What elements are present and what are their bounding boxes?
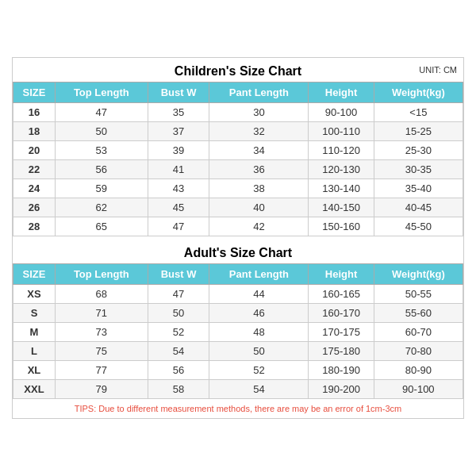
tips-text: TIPS: Due to different measurement metho…: [13, 399, 463, 418]
children-col-bust: Bust W: [148, 83, 209, 103]
children-section-title: Children's Size Chart UNIT: CM: [13, 58, 463, 82]
table-cell: 90-100: [374, 380, 463, 399]
table-cell: <15: [374, 103, 463, 122]
table-cell: S: [13, 304, 56, 323]
table-cell: 59: [55, 179, 148, 198]
table-cell: 56: [55, 160, 148, 179]
children-col-pant: Pant Length: [209, 83, 309, 103]
table-cell: 42: [209, 217, 309, 236]
table-cell: 140-150: [309, 198, 374, 217]
table-cell: 77: [55, 361, 148, 380]
table-cell: 62: [55, 198, 148, 217]
table-cell: 34: [209, 141, 309, 160]
table-cell: XXL: [13, 380, 56, 399]
adult-col-bust: Bust W: [148, 264, 209, 285]
table-row: L755450175-18070-80: [13, 342, 463, 361]
children-title-text: Children's Size Chart: [175, 64, 301, 78]
children-col-weight: Weight(kg): [374, 83, 463, 103]
adult-col-pant: Pant Length: [209, 264, 309, 285]
table-cell: 30-35: [374, 160, 463, 179]
children-header-row: SIZE Top Length Bust W Pant Length Heigh…: [13, 83, 463, 103]
table-row: 20533934110-12025-30: [13, 141, 463, 160]
table-cell: 52: [209, 361, 309, 380]
adult-col-top-length: Top Length: [55, 264, 148, 285]
table-cell: 190-200: [309, 380, 374, 399]
table-cell: 24: [13, 179, 56, 198]
table-row: S715046160-17055-60: [13, 304, 463, 323]
table-cell: 60-70: [374, 323, 463, 342]
table-cell: 45-50: [374, 217, 463, 236]
table-cell: 47: [55, 103, 148, 122]
table-row: XL775652180-19080-90: [13, 361, 463, 380]
table-cell: 38: [209, 179, 309, 198]
table-cell: 28: [13, 217, 56, 236]
table-cell: 68: [55, 285, 148, 304]
table-cell: 50: [148, 304, 209, 323]
adult-table: SIZE Top Length Bust W Pant Length Heigh…: [13, 263, 463, 399]
table-row: 28654742150-16045-50: [13, 217, 463, 236]
table-cell: 41: [148, 160, 209, 179]
table-cell: 110-120: [309, 141, 374, 160]
table-row: 18503732100-11015-25: [13, 122, 463, 141]
table-cell: 40: [209, 198, 309, 217]
table-cell: 25-30: [374, 141, 463, 160]
table-cell: 54: [209, 380, 309, 399]
children-col-top-length: Top Length: [55, 83, 148, 103]
table-cell: 52: [148, 323, 209, 342]
table-cell: 16: [13, 103, 56, 122]
children-col-height: Height: [309, 83, 374, 103]
table-row: 24594338130-14035-40: [13, 179, 463, 198]
table-cell: 100-110: [309, 122, 374, 141]
table-cell: 26: [13, 198, 56, 217]
table-cell: 80-90: [374, 361, 463, 380]
table-cell: 46: [209, 304, 309, 323]
table-cell: 180-190: [309, 361, 374, 380]
table-cell: 43: [148, 179, 209, 198]
table-row: 1647353090-100<15: [13, 103, 463, 122]
table-cell: 35-40: [374, 179, 463, 198]
adult-col-size: SIZE: [13, 264, 56, 285]
table-cell: 47: [148, 285, 209, 304]
table-cell: 37: [148, 122, 209, 141]
table-cell: 53: [55, 141, 148, 160]
table-cell: 54: [148, 342, 209, 361]
table-cell: 20: [13, 141, 56, 160]
table-row: XS684744160-16550-55: [13, 285, 463, 304]
table-cell: 22: [13, 160, 56, 179]
unit-label: UNIT: CM: [419, 65, 457, 75]
table-cell: 47: [148, 217, 209, 236]
table-cell: 90-100: [309, 103, 374, 122]
table-cell: L: [13, 342, 56, 361]
table-cell: 79: [55, 380, 148, 399]
table-cell: 75: [55, 342, 148, 361]
children-table: SIZE Top Length Bust W Pant Length Heigh…: [13, 82, 463, 236]
adult-header-row: SIZE Top Length Bust W Pant Length Heigh…: [13, 264, 463, 285]
chart-container: Children's Size Chart UNIT: CM SIZE Top …: [12, 57, 464, 419]
table-cell: 130-140: [309, 179, 374, 198]
table-cell: 40-45: [374, 198, 463, 217]
adult-col-weight: Weight(kg): [374, 264, 463, 285]
table-cell: 71: [55, 304, 148, 323]
adult-section-title: Adult's Size Chart: [13, 240, 463, 263]
table-row: 22564136120-13030-35: [13, 160, 463, 179]
table-cell: XS: [13, 285, 56, 304]
table-cell: 36: [209, 160, 309, 179]
table-cell: 65: [55, 217, 148, 236]
table-row: 26624540140-15040-45: [13, 198, 463, 217]
table-cell: 160-165: [309, 285, 374, 304]
table-row: XXL795854190-20090-100: [13, 380, 463, 399]
table-cell: 32: [209, 122, 309, 141]
adult-section: Adult's Size Chart SIZE Top Length Bust …: [13, 240, 463, 399]
table-cell: 55-60: [374, 304, 463, 323]
table-cell: 56: [148, 361, 209, 380]
table-cell: 50-55: [374, 285, 463, 304]
table-cell: 58: [148, 380, 209, 399]
table-cell: 15-25: [374, 122, 463, 141]
table-cell: 50: [209, 342, 309, 361]
table-cell: 73: [55, 323, 148, 342]
table-cell: 39: [148, 141, 209, 160]
children-col-size: SIZE: [13, 83, 56, 103]
table-cell: M: [13, 323, 56, 342]
table-cell: 160-170: [309, 304, 374, 323]
table-cell: 30: [209, 103, 309, 122]
